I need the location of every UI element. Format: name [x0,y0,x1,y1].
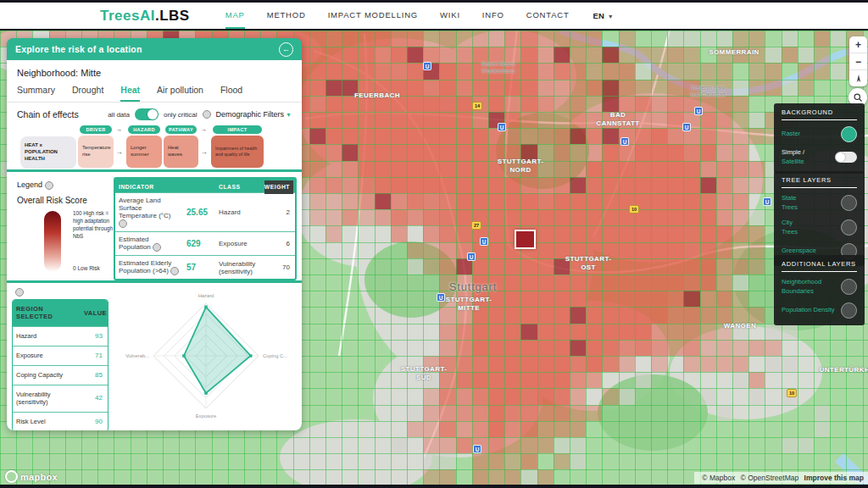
region-row[interactable]: Hazard93 [13,326,108,346]
data-filter-toggle[interactable] [135,108,159,120]
simple-satellite-toggle[interactable] [835,152,857,163]
app-logo[interactable]: TreesAI.LBS [100,8,190,25]
nav-item-impact-modelling[interactable]: IMPACT MODELLING [328,3,418,29]
risk-cell [602,80,618,96]
risk-cell [488,356,504,372]
svg-text:Coping C...: Coping C... [263,353,287,358]
risk-cell [635,80,651,96]
attribution-mapbox-link[interactable]: © Mapbox [702,474,735,482]
zoom-out-button[interactable]: − [849,53,867,70]
risk-cell [504,193,520,209]
indicator-row[interactable]: Estimated Population 629Exposure6 [115,231,295,255]
risk-cell [602,144,618,160]
tab-air-pollution[interactable]: Air pollution [157,85,203,102]
risk-cell [375,144,391,160]
risk-cell [407,161,423,177]
risk-cell [716,405,732,421]
risk-cell [683,258,699,274]
risk-cell [635,161,651,177]
risk-cell [472,128,488,144]
risk-cell [683,63,699,79]
risk-cell [619,112,635,128]
info-icon[interactable] [119,219,127,228]
panel-tabs-section: Neighborhood: Mitte SummaryDroughtHeatAi… [7,60,302,169]
logo-primary: TreesAI [100,8,155,24]
attribution-osm-link[interactable]: © OpenStreetMap [741,474,799,482]
risk-cell [504,63,520,79]
region-row[interactable]: Exposure71 [13,346,108,365]
risk-cell [651,96,667,112]
language-selector[interactable]: EN▼ [593,11,614,20]
mapbox-logo[interactable]: mapbox [5,470,58,483]
selected-grid-cell[interactable] [515,230,536,249]
tab-summary[interactable]: Summary [17,85,55,102]
info-icon[interactable] [45,181,53,190]
risk-cell [570,144,586,160]
risk-cell [537,80,554,96]
region-row[interactable]: Coping Capacity85 [13,365,108,385]
risk-cell [765,356,781,372]
risk-cell [667,161,683,177]
radar-chart-svg: HazardCoping C...ExposureVulnerab... [114,285,298,429]
risk-cell [375,177,391,193]
risk-cell [619,324,635,340]
demographic-filters-dropdown[interactable]: Demographic Filters▼ [216,110,292,119]
nav-item-map[interactable]: MAP [225,3,245,29]
tab-flood[interactable]: Flood [220,85,242,102]
risk-cell [407,80,423,96]
risk-cell [391,177,407,193]
nav-item-method[interactable]: METHOD [267,3,306,29]
region-row[interactable]: Risk Level90 [13,412,108,431]
collapse-panel-button[interactable]: ← [279,42,293,57]
risk-cell [537,405,554,421]
risk-cell [619,144,635,160]
risk-cell [748,258,765,274]
nav-item-info[interactable]: INFO [482,3,504,29]
risk-cell [504,356,520,372]
risk-cell [472,274,488,291]
compass-button[interactable] [849,70,867,86]
risk-cell [814,63,830,79]
layer-toggle-state-trees[interactable] [841,195,857,211]
tab-heat[interactable]: Heat [120,85,140,102]
indicator-value: 57 [183,259,215,275]
tab-drought[interactable]: Drought [72,85,103,102]
risk-cell [472,291,488,307]
risk-cell [520,144,537,160]
risk-cell [472,193,488,209]
risk-cell [439,258,455,274]
risk-cell [554,96,570,112]
risk-cell [391,437,407,453]
risk-cell [488,30,504,47]
ubahn-station-icon: U [620,137,629,146]
risk-cell [554,274,570,291]
risk-cell [667,258,683,274]
info-icon[interactable] [203,110,211,119]
indicator-row[interactable]: Average Land Surface Temperature (°C) 25… [115,192,295,231]
risk-cell [407,405,423,421]
risk-cell [391,63,407,79]
risk-cell [732,177,748,193]
risk-cell [765,340,781,356]
layer-toggle-neighborhood-boundaries[interactable] [841,279,857,295]
raster-layer-toggle[interactable] [841,126,857,142]
nav-item-wiki[interactable]: WIKI [440,3,460,29]
risk-cell [423,437,439,453]
layer-toggle-population-density[interactable] [841,302,857,319]
info-icon[interactable] [153,243,161,252]
info-icon[interactable] [15,288,24,297]
indicator-table: INDICATORVALUECLASSWEIGHTAverage Land Su… [114,177,297,280]
risk-cell [326,144,342,160]
risk-cell [619,356,635,372]
zoom-in-button[interactable]: + [849,36,867,53]
risk-cell [651,63,667,79]
attribution-improve-link[interactable]: Improve this map [804,474,864,482]
indicator-row[interactable]: Estimated Elderly Population (>64) 57Vul… [115,255,295,279]
nav-item-contact[interactable]: CONTACT [526,3,570,29]
risk-cell [683,242,699,258]
risk-cell [326,47,342,63]
risk-cell [488,307,504,323]
region-row[interactable]: Vulnerability (sensitivity)42 [13,385,108,412]
layer-toggle-city-trees[interactable] [841,219,857,236]
info-icon[interactable] [170,267,179,275]
